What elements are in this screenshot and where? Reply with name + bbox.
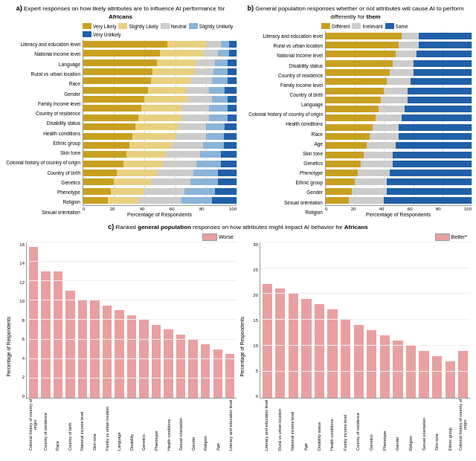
panel-b-segment-14-0 <box>326 161 361 167</box>
panel-a-segment-6-4 <box>228 96 237 103</box>
panel-a-segment-3-3 <box>213 68 228 75</box>
panel-b-segment-6-0 <box>326 88 384 94</box>
b-x-0: 0 <box>325 207 327 211</box>
panel-b-segment-13-1 <box>364 152 393 158</box>
different-label: Different <box>332 24 350 29</box>
panel-a-bold: Africans <box>109 13 132 20</box>
better-bar-col-9 <box>379 242 391 398</box>
panel-b-bar-row-11 <box>326 132 472 140</box>
legend-irrelevant: Irrelevant <box>352 23 382 29</box>
better-bar-col-8 <box>366 242 379 398</box>
b-x-40: 40 <box>379 207 385 211</box>
worse-bar-4 <box>78 300 87 398</box>
panel-b-segment-6-1 <box>384 88 407 94</box>
panel-b-bar-row-13 <box>326 151 472 158</box>
panel-b-segment-12-1 <box>367 142 396 149</box>
neutral-color <box>161 23 170 29</box>
panel-b-segment-15-2 <box>390 170 472 176</box>
panel-b-bars <box>325 31 472 206</box>
worse-x-label-1: Country of residence <box>39 399 51 451</box>
panel-a-segment-15-1 <box>114 178 150 185</box>
panel-a-segment-15-2 <box>151 178 191 185</box>
worse-x-label-10: Phenotype <box>150 399 162 451</box>
panel-a-segment-4-2 <box>190 77 212 84</box>
very-likely-label: Very Likely <box>93 24 116 29</box>
panel-a-segment-7-2 <box>181 105 209 112</box>
panel-a-y-label-14: Genetics <box>4 178 80 187</box>
better-x-label-13: Skin tone <box>431 399 443 451</box>
tick-0: 0 <box>22 394 25 399</box>
panel-b-bar-row-3 <box>326 59 472 67</box>
panel-a-x-axis: 0 20 40 60 80 100 <box>83 207 237 211</box>
panel-a-segment-9-1 <box>135 123 178 130</box>
better-x-label-9: Phenotype <box>379 399 391 451</box>
better-x-label-3: Age <box>300 399 312 451</box>
panel-a-segment-7-3 <box>209 105 228 112</box>
panel-c-bold1: general population <box>138 224 191 230</box>
panel-a-segment-12-3 <box>200 151 222 158</box>
better-bar-8 <box>367 330 376 398</box>
panel-a-segment-15-0 <box>83 178 114 185</box>
panel-b-y-label-9: Health conditions <box>239 120 323 129</box>
panel-a-segment-5-0 <box>83 87 148 94</box>
panel-a-segment-3-1 <box>152 68 196 75</box>
better-y-axis-title: Percentage of Respondents <box>239 317 245 377</box>
btick-5: 5 <box>256 369 258 373</box>
panel-b-y-label-1: Rural vs urban location <box>239 42 323 51</box>
tick-6: 6 <box>22 337 25 341</box>
panel-a-segment-0-0 <box>83 41 167 48</box>
panel-a-y-label-5: Gender <box>4 89 80 98</box>
worse-bar-col-13 <box>187 242 199 398</box>
panel-a-segment-5-1 <box>148 87 187 94</box>
panel-b-segment-16-2 <box>387 178 472 185</box>
panel-b-bold: them <box>367 13 381 20</box>
panel-a-segment-13-0 <box>83 161 123 167</box>
btick-0: 0 <box>256 394 258 399</box>
better-y-title: Percentage of Respondents <box>239 242 245 451</box>
panel-c-label: c) <box>108 223 114 230</box>
panel-b-bar-row-15 <box>326 170 472 177</box>
better-bar-3 <box>301 299 311 398</box>
panel-b-segment-5-1 <box>387 78 410 85</box>
better-bar-0 <box>263 284 272 398</box>
better-bar-col-7 <box>353 242 365 398</box>
panel-a-segment-12-2 <box>166 151 199 158</box>
better-bar-col-15 <box>457 242 469 398</box>
panel-b-bar-row-0 <box>326 32 472 39</box>
panel-b-segment-9-0 <box>326 115 376 121</box>
panel-b-title: b) General population responses whether … <box>239 4 472 21</box>
panel-b-segment-13-2 <box>393 152 472 158</box>
panel-a-segment-14-0 <box>83 170 117 176</box>
panel-b-segment-1-1 <box>399 42 419 48</box>
panel-a-segment-8-4 <box>228 115 237 121</box>
very-unlikely-color <box>83 31 91 37</box>
worse-bar-col-1 <box>40 242 52 398</box>
worse-x-label-3: Country of birth <box>64 399 76 451</box>
panel-a-segment-3-2 <box>195 68 213 75</box>
worse-bar-col-7 <box>114 242 126 398</box>
better-bar-7 <box>354 325 364 398</box>
panel-b-segment-2-2 <box>416 51 472 57</box>
panel-a-bars <box>83 39 237 206</box>
panel-a-segment-11-3 <box>203 142 225 149</box>
b-x-20: 20 <box>351 207 356 211</box>
panel-a-segment-4-3 <box>212 77 228 84</box>
panel-a-segment-3-4 <box>228 68 237 75</box>
worse-x-label-7: Language <box>113 399 125 451</box>
panel-a-segment-0-4 <box>229 41 237 48</box>
panel-a-segment-16-3 <box>184 188 215 195</box>
main-container: a) Expert responses on how likely attrib… <box>0 0 476 461</box>
panel-a-y-label-2: Language <box>4 59 80 68</box>
better-y-ticks: 30 25 20 15 10 5 0 <box>246 242 260 399</box>
panel-b-segment-8-2 <box>405 106 472 112</box>
panel-a-segment-13-1 <box>123 161 164 167</box>
worse-bar-col-16 <box>225 242 237 398</box>
worse-x-label-0: Colonial history of country of origin <box>27 399 39 451</box>
worse-bar-col-4 <box>77 242 89 398</box>
panel-a-segment-11-4 <box>224 142 236 149</box>
panel-a-bar-row-3 <box>83 68 237 75</box>
tick-8: 8 <box>22 318 25 323</box>
panel-a-segment-9-4 <box>225 123 237 130</box>
b-x-80: 80 <box>436 207 441 211</box>
panel-b-x-axis: 0 20 40 60 80 100 <box>325 207 472 211</box>
